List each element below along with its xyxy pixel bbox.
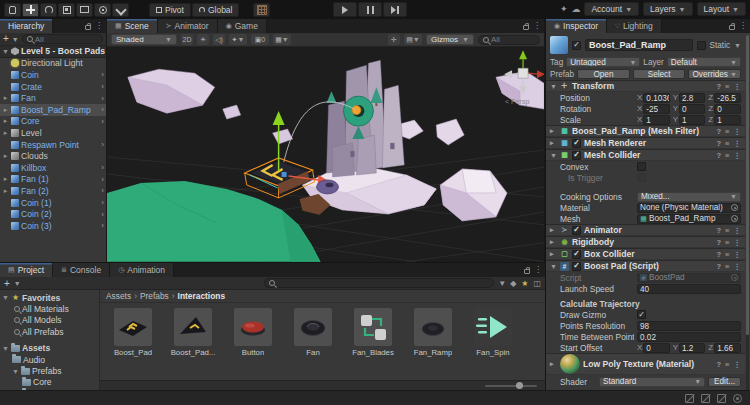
- material-header[interactable]: ▸ Low Poly Texture (Material) ?≡⋮: [546, 353, 745, 375]
- hierarchy-item-core[interactable]: ▸ Core ›: [0, 116, 106, 128]
- create-asset-button[interactable]: +: [4, 278, 10, 289]
- panel-menu-icon[interactable]: ⋮: [533, 21, 541, 30]
- rect-tool-icon[interactable]: [76, 3, 93, 17]
- persp-label[interactable]: < Persp: [505, 98, 529, 106]
- expand-arrow[interactable]: ▸: [2, 152, 9, 160]
- position-y-field[interactable]: 2.8: [679, 93, 705, 103]
- tab-animation[interactable]: ◷Animation: [110, 263, 174, 277]
- mesh-collider-enabled-checkbox[interactable]: [572, 151, 581, 160]
- expand-arrow[interactable]: ▸: [2, 106, 9, 114]
- object-picker-icon[interactable]: [731, 215, 738, 222]
- draw-gizmo-checkbox[interactable]: [637, 310, 646, 319]
- asset-boost-pad-ramp[interactable]: Boost_Pad...: [168, 308, 218, 357]
- 2d-toggle[interactable]: 2D: [181, 34, 193, 45]
- points-resolution-field[interactable]: 98: [637, 321, 741, 331]
- search-by-type-icon[interactable]: ▼: [498, 279, 506, 288]
- tab-inspector[interactable]: ◉Inspector: [546, 19, 607, 33]
- scene-search-input[interactable]: [491, 35, 535, 44]
- asset-button[interactable]: Button: [228, 308, 278, 357]
- hierarchy-item-killbox[interactable]: Killbox ›: [0, 162, 106, 174]
- status-progress-icon[interactable]: [733, 394, 742, 403]
- move-tool-icon[interactable]: [22, 3, 39, 17]
- status-console-errors-icon[interactable]: [701, 394, 710, 403]
- breadcrumb-interactions[interactable]: Interactions: [178, 291, 225, 301]
- expand-arrow[interactable]: ▸: [2, 129, 9, 137]
- lock-icon[interactable]: [524, 269, 530, 274]
- favorite-all-models[interactable]: All Models: [0, 315, 99, 326]
- tab-animator[interactable]: ≻Animator: [158, 19, 218, 33]
- transform-tool-icon[interactable]: [94, 3, 111, 17]
- panel-menu-icon[interactable]: ⋮: [95, 21, 103, 30]
- scale-y-field[interactable]: 1: [679, 115, 705, 125]
- hierarchy-item-clouds[interactable]: ▸ Clouds: [0, 150, 106, 162]
- folder-prefabs[interactable]: ▼Prefabs: [0, 365, 99, 376]
- open-prefab-arrow[interactable]: ›: [101, 210, 105, 219]
- create-asset-caret[interactable]: ▼: [14, 280, 21, 287]
- player-ball[interactable]: [352, 106, 361, 115]
- rotation-z-field[interactable]: 0: [714, 104, 741, 114]
- pivot-toggle[interactable]: Pivot: [149, 3, 191, 17]
- status-console-warnings-icon[interactable]: [717, 394, 726, 403]
- open-prefab-arrow[interactable]: ›: [101, 175, 105, 184]
- animator-header[interactable]: ▸≻ Animator ?≡⋮: [546, 224, 745, 236]
- account-dropdown[interactable]: Account▼: [584, 2, 639, 16]
- static-dropdown-caret[interactable]: ▼: [734, 42, 741, 49]
- panel-menu-icon[interactable]: ⋮: [739, 21, 747, 30]
- lighting-toggle-icon[interactable]: ☀: [197, 34, 209, 45]
- gizmos-dropdown[interactable]: Gizmos▼: [426, 34, 474, 45]
- mesh-field[interactable]: ▦ Boost_Pad_Ramp: [637, 214, 741, 224]
- tab-game[interactable]: ◉Game: [218, 19, 267, 33]
- prefab-open-button[interactable]: Open: [577, 69, 630, 79]
- mesh-renderer-enabled-checkbox[interactable]: [572, 139, 581, 148]
- scene-viewport[interactable]: < Persp: [107, 47, 544, 262]
- component-menu-icon[interactable]: ⋮: [734, 82, 742, 91]
- effects-dropdown-icon[interactable]: ✦▼: [229, 34, 247, 45]
- layers-dropdown[interactable]: Layers▼: [643, 2, 692, 16]
- open-prefab-arrow[interactable]: ›: [101, 82, 105, 91]
- tab-scene[interactable]: ▦Scene: [107, 19, 158, 33]
- boost-pad-script-header[interactable]: ▼# Boost Pad (Script) ?≡⋮: [546, 260, 745, 272]
- open-prefab-arrow[interactable]: ›: [101, 70, 105, 79]
- scale-z-field[interactable]: 1: [714, 115, 741, 125]
- grid-snap-toggle[interactable]: [253, 3, 270, 17]
- lock-icon[interactable]: [729, 25, 735, 30]
- hierarchy-item-fan[interactable]: ▸ Fan ›: [0, 92, 106, 104]
- asset-fan-blades[interactable]: Fan_Blades: [348, 308, 398, 357]
- mesh-collider-header[interactable]: ▼▦ Mesh Collider ?≡⋮: [546, 149, 745, 161]
- position-x-field[interactable]: 0.1036429: [643, 93, 669, 103]
- pause-button[interactable]: [358, 2, 382, 17]
- box-collider-header[interactable]: ▸▢ Box Collider ?≡⋮: [546, 248, 745, 260]
- open-prefab-arrow[interactable]: ›: [101, 94, 105, 103]
- hierarchy-item-coin-3[interactable]: Coin (3) ›: [0, 220, 106, 232]
- open-prefab-arrow[interactable]: ›: [101, 140, 105, 149]
- scale-tool-icon[interactable]: [58, 3, 75, 17]
- hierarchy-item-crate[interactable]: Crate ›: [0, 81, 106, 93]
- static-checkbox[interactable]: [697, 41, 706, 50]
- layer-dropdown[interactable]: Default▼: [667, 57, 741, 67]
- hierarchy-item-coin[interactable]: Coin ›: [0, 69, 106, 81]
- hierarchy-item-fan-1[interactable]: ▸ Fan (1) ›: [0, 174, 106, 186]
- rotate-tool-icon[interactable]: [40, 3, 57, 17]
- active-checkbox[interactable]: [572, 41, 581, 50]
- custom-tool-icon[interactable]: [112, 3, 129, 17]
- folder-audio[interactable]: Audio: [0, 354, 99, 365]
- start-offset-y-field[interactable]: 1.2: [679, 343, 705, 353]
- gizmo-z-handle[interactable]: [282, 172, 287, 177]
- open-prefab-arrow[interactable]: ›: [101, 198, 105, 207]
- project-search-input[interactable]: [277, 279, 489, 288]
- status-notifications-muted-icon[interactable]: [685, 394, 694, 403]
- scene-header-row[interactable]: ▼ Level 5 - Boost Pads and F: [0, 46, 106, 58]
- asset-fan[interactable]: Fan: [288, 308, 338, 357]
- step-button[interactable]: [383, 2, 407, 17]
- tag-dropdown[interactable]: Untagged▼: [566, 57, 640, 67]
- inspector-scrollbar[interactable]: [746, 35, 749, 390]
- purple-torus[interactable]: [317, 180, 339, 194]
- launch-speed-field[interactable]: 40: [637, 284, 741, 294]
- favorite-all-prefabs[interactable]: All Prefabs: [0, 326, 99, 337]
- rigidbody-header[interactable]: ▸◉ Rigidbody ?≡⋮: [546, 236, 745, 248]
- box-collider-enabled-checkbox[interactable]: [572, 250, 581, 259]
- hierarchy-item-fan-2[interactable]: ▸ Fan (2) ›: [0, 185, 106, 197]
- tab-lighting[interactable]: 💡︎Lighting: [607, 19, 662, 33]
- scale-x-field[interactable]: 1: [643, 115, 669, 125]
- camera-dropdown-icon[interactable]: ▤▼: [404, 34, 422, 45]
